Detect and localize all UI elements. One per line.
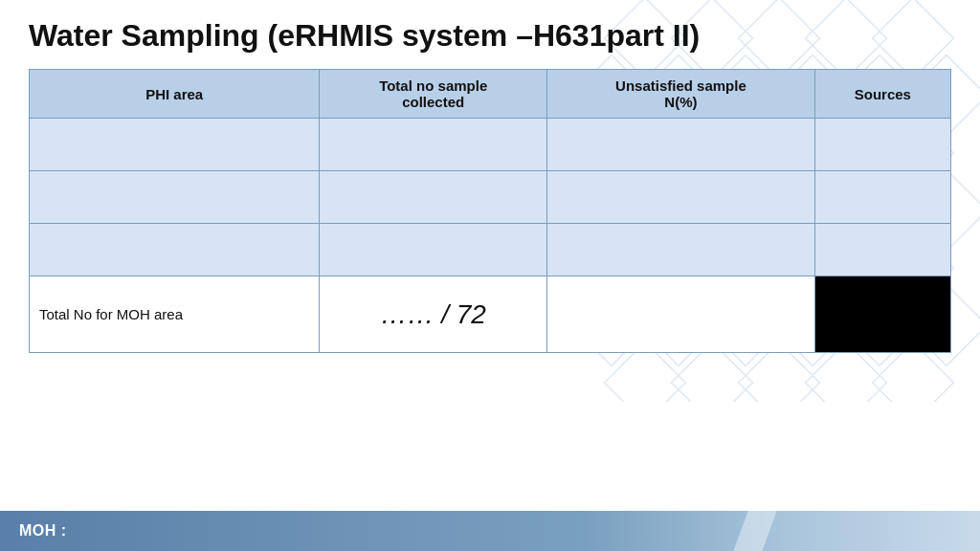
footer-divider (733, 511, 776, 551)
cell-phi-3 (30, 224, 320, 276)
cell-phi-2 (30, 171, 320, 224)
main-content: Water Sampling (eRHMIS system –H631part … (0, 0, 980, 363)
cell-total-3 (320, 224, 547, 276)
cell-total-1 (320, 119, 547, 171)
table-row (30, 119, 951, 171)
table-row (30, 171, 951, 224)
table-row (30, 224, 951, 276)
col-header-total: Total no samplecollected (320, 70, 547, 119)
cell-total-sources-black (814, 276, 950, 353)
cell-unsatisfied-3 (547, 224, 815, 276)
cell-sources-3 (814, 224, 950, 276)
cell-total-label: Total No for MOH area (30, 276, 320, 353)
cell-sources-1 (814, 119, 950, 171)
cell-total-value: …… / 72 (320, 276, 547, 353)
cell-unsatisfied-1 (547, 119, 815, 171)
cell-sources-2 (814, 171, 950, 224)
footer-label: MOH : (19, 522, 67, 540)
table-header-row: PHI area Total no samplecollected Unsati… (30, 70, 951, 119)
cell-unsatisfied-2 (547, 171, 815, 224)
data-table: PHI area Total no samplecollected Unsati… (29, 69, 951, 353)
cell-total-2 (320, 171, 547, 224)
col-header-unsatisfied: Unsatisfied sampleN(%) (547, 70, 815, 119)
cell-total-unsatisfied (547, 276, 815, 353)
footer-bar: MOH : (0, 511, 980, 551)
page-title: Water Sampling (eRHMIS system –H631part … (29, 17, 951, 54)
cell-phi-1 (30, 119, 320, 171)
col-header-phi: PHI area (30, 70, 320, 119)
table-row-total: Total No for MOH area …… / 72 (30, 276, 951, 353)
total-fraction: …… / 72 (380, 299, 485, 329)
col-header-sources: Sources (814, 70, 950, 119)
